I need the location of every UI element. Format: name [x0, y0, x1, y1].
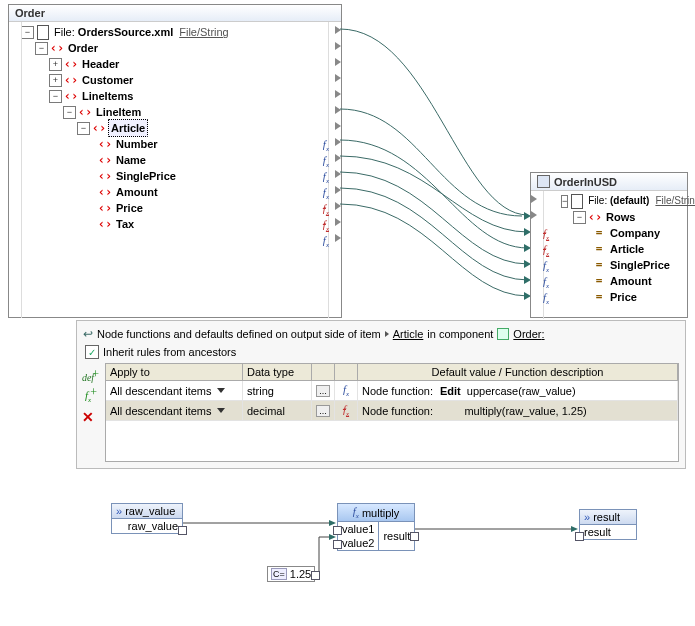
collapse-icon[interactable]: −	[35, 42, 48, 55]
attribute-icon: =	[593, 291, 605, 303]
output-port[interactable]	[311, 571, 320, 580]
input-port[interactable]	[333, 526, 342, 535]
tree-row-header[interactable]: + ‹› Header	[21, 56, 337, 72]
element-icon: ‹›	[589, 211, 601, 223]
expand-icon[interactable]: +	[49, 58, 62, 71]
element-icon: ‹›	[79, 106, 91, 118]
file-type-link[interactable]: File/String	[655, 193, 695, 209]
dropdown-icon[interactable]	[217, 388, 225, 393]
collapse-icon[interactable]: −	[573, 211, 586, 224]
tree-row-customer[interactable]: + ‹› Customer	[21, 72, 337, 88]
element-icon: ‹›	[99, 202, 111, 214]
source-right-markers	[328, 22, 343, 318]
triangle-icon	[385, 331, 389, 337]
tree-row-lineitem[interactable]: − ‹› LineItem	[21, 104, 337, 120]
rule-row-selected[interactable]: All descendant items decimal ... fx Node…	[106, 401, 678, 421]
output-port[interactable]	[178, 526, 187, 535]
edit-button[interactable]: Edit	[440, 385, 461, 397]
node-functions-panel: ↩ Node functions and defaults defined on…	[76, 320, 686, 469]
constant-icon: C=	[271, 568, 287, 580]
attribute-icon: =	[593, 243, 605, 255]
checkbox-icon[interactable]: ✓	[85, 345, 99, 359]
fx-icon[interactable]: fx	[323, 170, 329, 185]
fx-strike-icon[interactable]: fx	[323, 202, 329, 217]
attribute-icon: =	[593, 259, 605, 271]
output-icon: »	[584, 511, 590, 523]
component-icon	[497, 328, 509, 340]
expand-icon[interactable]: +	[49, 74, 62, 87]
source-left-markers	[7, 22, 22, 318]
browse-button[interactable]: ...	[316, 405, 330, 417]
collapse-icon[interactable]: −	[77, 122, 90, 135]
rules-header: Apply to Data type Default value / Funct…	[106, 364, 678, 381]
add-function-button[interactable]: fx+	[80, 389, 96, 405]
delete-button[interactable]: ✕	[80, 409, 96, 425]
input-port[interactable]	[333, 540, 342, 549]
item-link[interactable]: Article	[393, 328, 424, 340]
result-node[interactable]: »result result	[579, 509, 637, 540]
fx-icon[interactable]: fx	[323, 234, 329, 249]
collapse-icon[interactable]: −	[561, 195, 568, 208]
target-field-price[interactable]: =Price	[561, 289, 683, 305]
tree-row-tax[interactable]: ‹›Tax	[21, 216, 337, 232]
browse-button[interactable]: ...	[316, 385, 330, 397]
rules-table: Apply to Data type Default value / Funct…	[105, 363, 679, 462]
component-icon	[537, 175, 550, 188]
back-icon[interactable]: ↩	[83, 327, 93, 341]
fx-icon[interactable]: fx	[323, 186, 329, 201]
multiply-node[interactable]: fxmultiply value1 value2 result	[337, 503, 415, 551]
collapse-icon[interactable]: −	[63, 106, 76, 119]
source-panel-title: Order	[9, 5, 341, 22]
target-left-markers	[529, 191, 544, 319]
raw-value-node[interactable]: »raw_value raw_value	[111, 503, 183, 534]
fx-icon[interactable]: fx	[343, 383, 349, 398]
tree-row-file[interactable]: − File: OrdersSource.xml File/String	[21, 24, 337, 40]
output-port[interactable]	[410, 532, 419, 541]
target-panel-title: OrderInUSD	[531, 173, 687, 191]
element-icon: ‹›	[99, 170, 111, 182]
fx-icon[interactable]: fx	[323, 154, 329, 169]
attribute-icon: =	[593, 275, 605, 287]
attribute-icon: =	[593, 227, 605, 239]
tree-row-article[interactable]: − ‹› Article	[21, 120, 337, 136]
target-panel: OrderInUSD fx fx fx fx fx − File: (defau…	[530, 172, 688, 318]
file-icon	[37, 25, 49, 40]
element-icon: ‹›	[93, 122, 105, 134]
node-functions-heading: ↩ Node functions and defaults defined on…	[83, 327, 679, 341]
fx-strike-icon[interactable]: fx	[343, 403, 349, 418]
rule-row[interactable]: All descendant items string ... fx Node …	[106, 381, 678, 401]
element-icon: ‹›	[51, 42, 63, 54]
tree-row-number[interactable]: ‹›Number	[21, 136, 337, 152]
collapse-icon[interactable]: −	[49, 90, 62, 103]
target-field-singleprice[interactable]: =SinglePrice	[561, 257, 683, 273]
element-icon: ‹›	[65, 74, 77, 86]
tree-row-singleprice[interactable]: ‹›SinglePrice	[21, 168, 337, 184]
target-rows-row[interactable]: − ‹› Rows	[561, 209, 683, 225]
fx-strike-icon[interactable]: fx	[323, 218, 329, 233]
dropdown-icon[interactable]	[217, 408, 225, 413]
collapse-icon[interactable]: −	[21, 26, 34, 39]
add-default-button[interactable]: def+	[80, 369, 96, 385]
target-field-company[interactable]: =Company	[561, 225, 683, 241]
inherit-checkbox-row[interactable]: ✓ Inherit rules from ancestors	[85, 345, 679, 359]
tree-row-amount[interactable]: ‹›Amount	[21, 184, 337, 200]
rules-toolbar: def+ fx+ ✕	[79, 369, 97, 425]
function-flow: »raw_value raw_value fxmultiply value1 v…	[99, 481, 679, 601]
input-icon: »	[116, 505, 122, 517]
component-link[interactable]: Order:	[513, 328, 544, 340]
constant-node[interactable]: C= 1.25	[267, 566, 315, 582]
tree-row-name[interactable]: ‹›Name	[21, 152, 337, 168]
element-icon: ‹›	[65, 90, 77, 102]
input-port[interactable]	[575, 532, 584, 541]
target-file-row[interactable]: − File: (default) File/String	[561, 193, 683, 209]
element-icon: ‹›	[99, 186, 111, 198]
target-field-article[interactable]: =Article	[561, 241, 683, 257]
file-type-link[interactable]: File/String	[179, 24, 229, 40]
element-icon: ‹›	[99, 138, 111, 150]
tree-row-order[interactable]: − ‹› Order	[21, 40, 337, 56]
tree-row-price[interactable]: ‹›Price	[21, 200, 337, 216]
fx-icon[interactable]: fx	[323, 138, 329, 153]
tree-row-lineitems[interactable]: − ‹› LineItems	[21, 88, 337, 104]
target-field-amount[interactable]: =Amount	[561, 273, 683, 289]
element-icon: ‹›	[65, 58, 77, 70]
